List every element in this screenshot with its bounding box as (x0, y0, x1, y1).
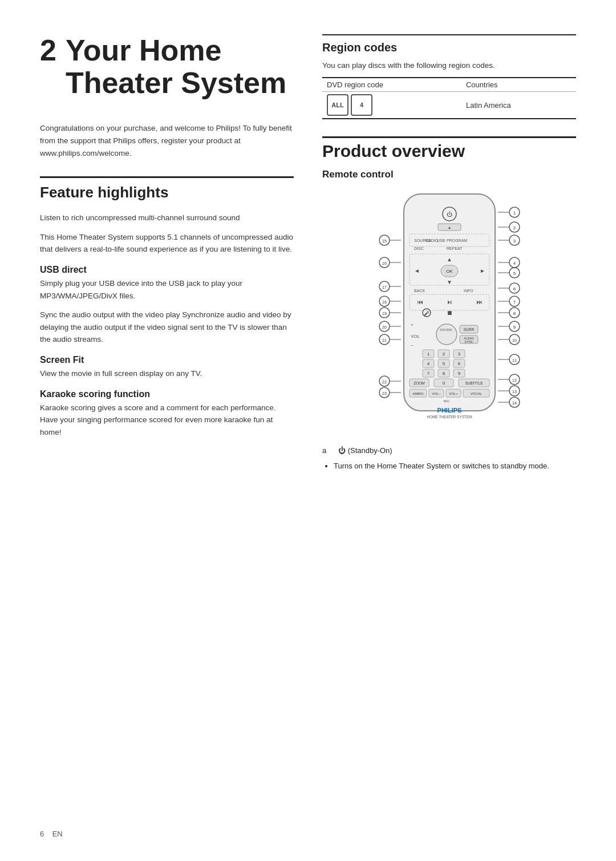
region-top-divider (322, 34, 576, 35)
svg-text:15: 15 (382, 239, 387, 243)
product-overview-section: Product overview Remote control ⏻ ▲ (322, 136, 576, 472)
usb-subtitle: USB direct (40, 265, 294, 275)
svg-text:AMBIO: AMBIO (412, 392, 424, 395)
svg-text:−: − (411, 343, 414, 348)
svg-text:2: 2 (513, 225, 516, 231)
svg-text:4: 4 (427, 361, 429, 366)
intro-text: Congratulations on your purchase, and we… (40, 122, 294, 159)
svg-text:0: 0 (442, 381, 445, 386)
svg-text:19: 19 (382, 312, 387, 316)
svg-text:PROGRAM: PROGRAM (447, 239, 467, 242)
svg-text:▼: ▼ (447, 279, 452, 285)
svg-text:5: 5 (513, 271, 516, 276)
svg-point-31 (436, 324, 457, 345)
svg-text:BACK: BACK (414, 289, 425, 293)
svg-text:10: 10 (512, 338, 517, 342)
annotation-text: ⏻ (Standby-On) (338, 445, 576, 457)
svg-text:3: 3 (457, 351, 460, 357)
svg-text:VOCAL: VOCAL (470, 392, 482, 395)
svg-text:ZOOM: ZOOM (414, 381, 425, 385)
svg-text:HOME THEATER SYSTEM: HOME THEATER SYSTEM (427, 415, 472, 419)
product-overview-title: Product overview (322, 142, 576, 161)
svg-text:VOL−: VOL− (432, 392, 441, 395)
svg-text:⏹: ⏹ (446, 309, 452, 316)
svg-text:7: 7 (513, 300, 516, 305)
svg-text:▲: ▲ (447, 256, 452, 262)
annotation-label: a (322, 445, 334, 457)
region-desc: You can play discs with the following re… (322, 60, 576, 71)
svg-text:16: 16 (382, 261, 387, 265)
svg-text:20: 20 (382, 325, 387, 329)
svg-text:21: 21 (382, 338, 387, 342)
karaoke-subtitle: Karaoke scoring function (40, 389, 294, 399)
chapter-title-line1: Your Home Theater System (66, 34, 286, 99)
svg-text:USB: USB (437, 239, 445, 242)
svg-text:⏭: ⏭ (476, 298, 482, 305)
left-column: 2 Your Home Theater System Congratulatio… (40, 34, 294, 827)
svg-text:22: 22 (382, 380, 387, 384)
svg-text:17: 17 (382, 285, 387, 289)
svg-text:DISC: DISC (414, 246, 424, 250)
karaoke-text: Karaoke scoring gives a score and a comm… (40, 402, 294, 439)
annotation-bullets: Turns on the Home Theater System or swit… (334, 460, 576, 472)
svg-text:6: 6 (513, 286, 516, 292)
svg-text:VOL+: VOL+ (449, 392, 458, 395)
usb-text: Simply plug your USB device into the USB… (40, 277, 294, 302)
svg-text:SURR: SURR (463, 328, 474, 332)
svg-text:+: + (411, 322, 414, 328)
svg-text:OK: OK (446, 269, 453, 274)
region-codes-title: Region codes (322, 41, 576, 54)
svg-text:23: 23 (382, 391, 387, 395)
svg-text:8: 8 (442, 371, 445, 376)
page-footer: 6 EN (40, 830, 63, 838)
svg-text:8: 8 (513, 311, 516, 316)
remote-control-subtitle: Remote control (322, 169, 576, 180)
region-icons-cell: ALL 4 (322, 92, 461, 119)
remote-control-diagram: ⏻ ▲ SOURCE RADIO USB PROGRAM DISC REPEAT (322, 188, 576, 434)
chapter-heading: 2 Your Home Theater System (40, 34, 294, 116)
svg-text:PHILIPS: PHILIPS (437, 407, 461, 414)
chapter-number: 2 (40, 35, 56, 65)
svg-text:1: 1 (513, 211, 516, 216)
region-countries-cell: Latin America (461, 92, 576, 119)
svg-text:12: 12 (512, 378, 517, 382)
region-col1-header: DVD region code (322, 78, 461, 92)
svg-text:3: 3 (513, 239, 516, 244)
svg-text:9: 9 (513, 325, 516, 330)
feature-text-2: This Home Theater System supports 5.1 ch… (40, 231, 294, 256)
region-icon-all: ALL (327, 94, 348, 116)
annotation-section: a ⏻ (Standby-On) Turns on the Home Theat… (322, 445, 576, 472)
svg-text:1: 1 (427, 351, 429, 357)
annotation-a: a ⏻ (Standby-On) (322, 445, 576, 457)
svg-text:11: 11 (512, 358, 517, 362)
svg-text:4: 4 (513, 261, 516, 266)
feature-highlights-title: Feature highlights (40, 184, 294, 201)
sync-text: Sync the audio output with the video pla… (40, 309, 294, 346)
svg-text:SOUND: SOUND (440, 328, 452, 332)
screenfit-subtitle: Screen Fit (40, 355, 294, 365)
svg-text:MIC: MIC (443, 399, 450, 403)
svg-text:VOL: VOL (411, 334, 420, 339)
feature-text-1: Listen to rich uncompressed multi-channe… (40, 212, 294, 224)
svg-text:⏮: ⏮ (416, 298, 423, 305)
svg-text:⏯: ⏯ (446, 298, 452, 305)
svg-text:5: 5 (442, 361, 445, 366)
right-column: Region codes You can play discs with the… (322, 34, 576, 827)
screenfit-text: View the movie in full screen display on… (40, 367, 294, 380)
svg-text:►: ► (480, 268, 485, 274)
svg-text:14: 14 (512, 401, 517, 405)
svg-text:9: 9 (457, 371, 460, 376)
remote-svg: ⏻ ▲ SOURCE RADIO USB PROGRAM DISC REPEAT (358, 188, 541, 434)
svg-text:⏻: ⏻ (447, 211, 452, 217)
svg-text:🎤: 🎤 (424, 310, 429, 316)
svg-text:▲: ▲ (447, 225, 451, 229)
region-col2-header: Countries (461, 78, 576, 92)
region-icon-4: 4 (351, 94, 372, 116)
svg-text:7: 7 (427, 371, 429, 376)
svg-text:18: 18 (382, 300, 387, 304)
svg-text:◄: ◄ (414, 268, 420, 274)
region-codes-section: Region codes You can play discs with the… (322, 34, 576, 119)
region-table-row: ALL 4 Latin America (322, 92, 576, 119)
svg-text:13: 13 (512, 390, 517, 394)
product-divider (322, 136, 576, 138)
